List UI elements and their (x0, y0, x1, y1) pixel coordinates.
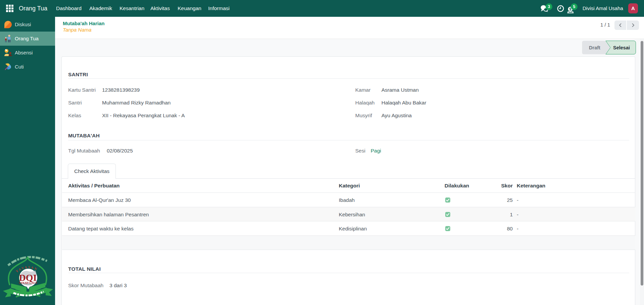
svg-text:TANAH LAUT: TANAH LAUT (18, 281, 37, 285)
svg-text:Draft: Draft (589, 45, 600, 50)
svg-text:Selesai: Selesai (613, 45, 630, 50)
